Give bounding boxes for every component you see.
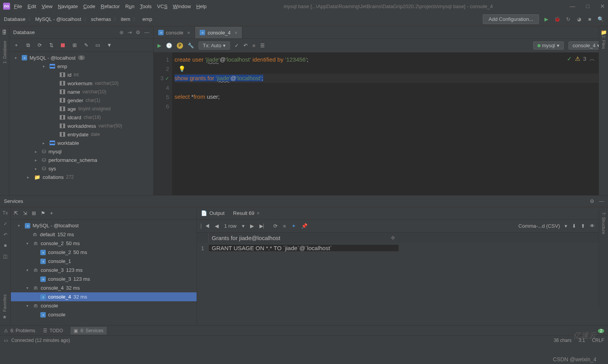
expand-arrow-icon[interactable]: ▾	[26, 286, 31, 290]
history-icon[interactable]: 🕓	[166, 43, 172, 48]
cancel-icon[interactable]: ■	[252, 43, 256, 48]
tree-column[interactable]: id	[67, 72, 71, 78]
breadcrumb-item[interactable]: Database	[4, 16, 26, 22]
layout-icon[interactable]: ◫	[3, 254, 7, 259]
problems-tab[interactable]: ⚠6: Problems	[4, 328, 35, 333]
profile-icon[interactable]: ◕	[575, 16, 582, 23]
duplicate-icon[interactable]: ⧉	[24, 41, 32, 49]
tree-column[interactable]: idcard	[67, 115, 81, 120]
expand-arrow-icon[interactable]: ▾	[15, 56, 19, 60]
menu-view[interactable]: View	[41, 3, 52, 9]
stop-icon[interactable]	[59, 41, 67, 49]
wrench-icon[interactable]: 🔧	[188, 43, 194, 48]
filter-icon[interactable]: ▼	[105, 41, 113, 49]
expand-all-icon[interactable]: ⇱	[14, 210, 18, 216]
svc-item[interactable]: console_2	[48, 249, 71, 255]
tree-table[interactable]: worktable	[57, 140, 79, 146]
view-icon[interactable]: 👁	[590, 223, 595, 229]
execute-icon[interactable]: ▶	[157, 43, 161, 48]
hide-icon[interactable]: —	[144, 29, 149, 35]
add-icon[interactable]: +	[50, 210, 53, 216]
svc-item[interactable]: console_4	[41, 285, 64, 291]
list-icon[interactable]: ☰	[260, 43, 265, 48]
first-page-icon[interactable]: ⎸◀	[201, 223, 209, 229]
expand-arrow-icon[interactable]: ▸	[43, 141, 47, 145]
debug-icon[interactable]: 🐞	[554, 16, 561, 23]
tx-mode-select[interactable]: Tx: Auto▾	[199, 41, 230, 50]
tree-column[interactable]: workaddress	[67, 123, 96, 129]
expand-arrow-icon[interactable]: ▾	[43, 64, 47, 69]
pin-icon[interactable]: 📌	[301, 223, 307, 229]
hide-icon[interactable]: —	[599, 198, 604, 204]
maximize-icon[interactable]: □	[586, 3, 589, 9]
expand-arrow-icon[interactable]: ▾	[18, 223, 22, 228]
menu-edit[interactable]: Edit	[28, 3, 36, 9]
tab-console[interactable]: ⟐console×	[154, 27, 195, 38]
breadcrumb-item[interactable]: item	[121, 16, 131, 22]
expand-arrow-icon[interactable]: ▸	[35, 158, 40, 162]
stop-icon[interactable]: ■	[283, 223, 286, 229]
tree-folder[interactable]: collations	[43, 174, 64, 180]
collapse-icon[interactable]: ⇥	[128, 29, 132, 35]
svc-item[interactable]: console_1	[48, 258, 71, 264]
cell-value[interactable]: GRANT USAGE ON *.* TO `jiade`@`localhost…	[209, 245, 399, 251]
add-row-icon[interactable]: ✦	[292, 223, 296, 229]
stop-icon[interactable]: ■	[586, 16, 593, 23]
close-tab-icon[interactable]: ×	[187, 30, 190, 36]
format-select[interactable]: Comma-...d (CSV)	[518, 223, 560, 229]
check-icon[interactable]: ✓	[3, 221, 7, 227]
close-tab-icon[interactable]: ×	[257, 210, 260, 216]
undo-icon[interactable]: ↶	[3, 232, 7, 237]
files-tool-icon[interactable]: 📁	[601, 29, 607, 35]
tree-datasource[interactable]: MySQL - @localhost	[29, 55, 76, 61]
expand-arrow-icon[interactable]: ▸	[35, 149, 40, 154]
svc-item[interactable]: default	[40, 232, 55, 237]
run-icon[interactable]: ▶	[543, 16, 550, 23]
add-configuration-button[interactable]: Add Configuration...	[483, 14, 539, 24]
services-root[interactable]: MySQL - @localhost	[33, 223, 79, 228]
output-tab[interactable]: 📄Output	[201, 210, 225, 216]
collapse-all-icon[interactable]: ⇲	[23, 210, 27, 216]
last-page-icon[interactable]: ▶⎸	[259, 223, 268, 229]
tree-table[interactable]: emp	[57, 64, 67, 69]
commit-icon[interactable]: ✓	[235, 43, 239, 48]
table-icon[interactable]: ⊞	[71, 41, 78, 49]
sync-icon[interactable]: ⇅	[47, 41, 55, 49]
breadcrumb-item[interactable]: schemas	[91, 16, 111, 22]
row-count-label[interactable]: 1 row	[224, 223, 237, 229]
edit-icon[interactable]: ✎	[82, 41, 90, 49]
close-tab-icon[interactable]: ×	[235, 30, 238, 36]
database-tool-label[interactable]: 1: Database	[2, 41, 7, 64]
minimize-icon[interactable]: —	[570, 3, 575, 9]
filter-icon[interactable]: ⚑	[41, 210, 45, 216]
expand-arrow-icon[interactable]: ▾	[26, 241, 31, 246]
tree-schema[interactable]: mysql	[48, 149, 62, 155]
menu-code[interactable]: Code	[83, 3, 95, 9]
breadcrumb-item[interactable]: MySQL - @localhost	[35, 16, 81, 22]
tree-schema[interactable]: performance_schema	[48, 157, 97, 163]
prev-page-icon[interactable]: ◀	[215, 223, 219, 229]
svc-item[interactable]: console_4	[48, 294, 71, 300]
svc-item[interactable]: console	[48, 312, 66, 318]
menu-tools[interactable]: Tools	[140, 3, 152, 9]
explain-plan-icon[interactable]: P	[177, 43, 183, 49]
files-tool-label[interactable]: 2: Files	[601, 35, 606, 49]
import-icon[interactable]: ⬆	[581, 223, 585, 229]
event-log-badge[interactable]: 2	[598, 329, 604, 333]
target-icon[interactable]: ⊕	[119, 29, 124, 35]
datasource-select[interactable]: mysql▾	[533, 41, 564, 50]
tree-column[interactable]: workernum	[67, 81, 92, 86]
breadcrumb-item[interactable]: emp	[142, 16, 152, 22]
result-tab[interactable]: Result 69×	[231, 210, 260, 216]
expand-arrow-icon[interactable]: ▾	[26, 268, 31, 272]
star-icon[interactable]: ★	[2, 314, 7, 320]
group-icon[interactable]: ⊞	[32, 210, 36, 216]
gear-icon[interactable]: ⚙	[590, 198, 594, 204]
stop-icon[interactable]: ■	[4, 243, 7, 248]
tree-schema[interactable]: sys	[48, 166, 56, 172]
tree-column[interactable]: name	[67, 89, 80, 95]
menu-help[interactable]: Help	[196, 3, 207, 9]
reload-icon[interactable]: ⟳	[273, 223, 278, 229]
svc-item[interactable]: console_3	[41, 267, 64, 273]
database-tool-icon[interactable]: 🗄	[2, 29, 7, 35]
